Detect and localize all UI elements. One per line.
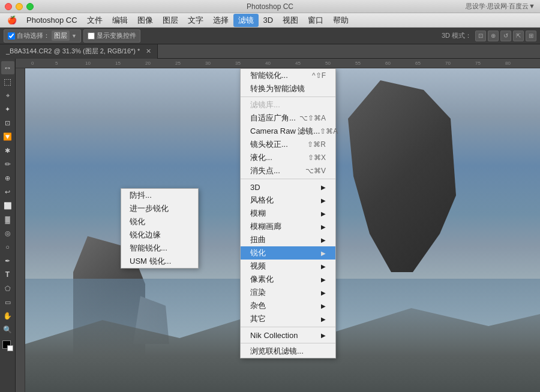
menu-3d[interactable]: 3D ▶ [241,180,335,194]
menu-window[interactable]: 窗口 [303,14,328,27]
submenu-sharpen-edges[interactable]: 锐化边缘 [121,228,198,242]
menu-video[interactable]: 视频 ▶ [241,260,335,273]
menu-type[interactable]: 文字 [183,14,208,27]
tool-path-select[interactable]: ⬠ [1,282,14,295]
menu-blur-gallery[interactable]: 模糊画廊 ▶ [241,220,335,233]
menu-bar: 🍎 Photoshop CC 文件 编辑 图像 图层 文字 选择 滤镜 3D 视… [0,13,540,28]
tool-shape[interactable]: ▭ [1,295,14,309]
tool-eraser[interactable]: ⬜ [1,199,14,212]
menu-help[interactable]: 帮助 [328,14,353,27]
submenu-reduce-shake[interactable]: 防抖... [121,189,198,202]
tool-hand[interactable]: ✋ [1,309,14,322]
submenu-sharpen-more[interactable]: 进一步锐化 [121,202,198,215]
filter-dropdown-menu: 智能锐化... ^⇧F 转换为智能滤镜 滤镜库... 自适应广角... ⌥⇧⌘A… [240,68,336,358]
tab-bar: _B8A3144.CR2 @ 31.3% (图层 2, RGB/16*) * ✕ [0,44,540,59]
canvas-area: 0 5 10 15 20 25 30 35 40 45 50 55 60 65 … [16,59,540,392]
maximize-button[interactable] [26,3,34,10]
auto-select-toggle[interactable]: 自动选择： 图层 ▼ [4,29,81,43]
menu-camera-raw[interactable]: Camera Raw 滤镜... ⇧⌘A [241,125,335,138]
submenu-sharpen[interactable]: 锐化 [121,215,198,228]
minimize-button[interactable] [16,3,23,10]
menu-stylize[interactable]: 风格化 ▶ [241,194,335,207]
submenu-usm-sharpen[interactable]: USM 锐化... [121,255,198,268]
tool-zoom[interactable]: 🔍 [1,323,14,336]
document-tab[interactable]: _B8A3144.CR2 @ 31.3% (图层 2, RGB/16*) * ✕ [0,44,158,59]
menu-view[interactable]: 视图 [278,14,303,27]
3d-mode-btn3[interactable]: ↺ [500,31,511,41]
menu-blur[interactable]: 模糊 ▶ [241,207,335,220]
ruler-vertical [16,68,25,392]
transform-label: 显示变换控件 [97,31,136,40]
tool-dodge[interactable]: ○ [1,240,14,254]
menu-convert-smart[interactable]: 转换为智能滤镜 [241,82,335,95]
rock-main [348,80,456,272]
menu-ps[interactable]: Photoshop CC [22,14,82,26]
3d-mode-btn5[interactable]: ⊞ [526,31,536,41]
3d-mode-btn4[interactable]: ⇱ [513,31,524,41]
tool-history-brush[interactable]: ↩ [1,185,14,198]
tab-close-icon[interactable]: ✕ [146,47,151,55]
submenu-smart-sharpen[interactable]: 智能锐化... [121,242,198,255]
menu-pixelate[interactable]: 像素化 ▶ [241,273,335,286]
menu-file[interactable]: 文件 [82,14,107,27]
menu-noise[interactable]: 杂色 ▶ [241,299,335,312]
sharpen-submenu: 防抖... 进一步锐化 锐化 锐化边缘 智能锐化... USM 锐化... [121,188,199,269]
separator-3 [241,327,335,327]
menu-sharpen[interactable]: 锐化 ▶ [241,246,335,260]
menu-select[interactable]: 选择 [208,14,233,27]
menu-edit[interactable]: 编辑 [107,14,133,27]
tab-label: _B8A3144.CR2 @ 31.3% (图层 2, RGB/16*) * [6,47,140,56]
tool-gradient[interactable]: ▓ [1,213,14,226]
title-bar-right: 思设学·思设网·百度云▼ [466,2,535,11]
left-toolbar: ↔ ⬚ ⌖ ✦ ⊡ 🔽 ✱ ✏ ⊕ ↩ ⬜ ▓ ◎ ○ ✒ T ⬠ ▭ ✋ 🔍 [0,59,16,392]
mode-label: 3D 模式： [442,31,472,40]
menu-liquify[interactable]: 液化... ⇧⌘X [241,151,335,164]
menu-apple[interactable]: 🍎 [2,14,22,26]
tool-brush[interactable]: ✏ [1,158,14,171]
separator-2 [241,179,335,179]
tool-blur[interactable]: ◎ [1,227,14,240]
options-toolbar: 自动选择： 图层 ▼ 显示变换控件 3D 模式： ⊡ ⊕ ↺ ⇱ ⊞ [0,28,540,44]
tool-magic-wand[interactable]: ✦ [1,102,14,116]
tool-move[interactable]: ↔ [1,61,14,74]
3d-mode-btn2[interactable]: ⊕ [488,31,499,41]
menu-browse-online[interactable]: 浏览联机滤镜... [241,345,335,358]
menu-3d[interactable]: 3D [259,14,278,26]
close-button[interactable] [5,3,12,10]
auto-select-label: 自动选择： [17,31,50,40]
ruler-horizontal: 0 5 10 15 20 25 30 35 40 45 50 55 60 65 … [16,59,540,68]
menu-render[interactable]: 渲染 ▶ [241,286,335,299]
tool-clone-stamp[interactable]: ⊕ [1,171,14,185]
menu-other[interactable]: 其它 ▶ [241,312,335,325]
window-title: Photoshop CC [247,2,293,11]
menu-filter[interactable]: 滤镜 [233,14,259,27]
menu-filter-gallery[interactable]: 滤镜库... [241,98,335,111]
tool-type[interactable]: T [1,268,14,281]
separator-4 [241,343,335,343]
dropdown-arrow: ▼ [71,33,77,39]
tool-lasso[interactable]: ⌖ [1,89,14,102]
foreground-color[interactable] [1,339,14,352]
traffic-lights [5,3,34,10]
menu-distort[interactable]: 扭曲 ▶ [241,233,335,246]
3d-mode-btn1[interactable]: ⊡ [475,31,486,41]
tool-marquee[interactable]: ⬚ [1,75,14,88]
bg-color-swatch[interactable] [7,345,13,351]
tool-crop[interactable]: ⊡ [1,116,14,129]
menu-smart-sharpen-top[interactable]: 智能锐化... ^⇧F [241,69,335,82]
layer-dropdown[interactable]: 图层 [52,31,70,41]
menu-adaptive-wide[interactable]: 自适应广角... ⌥⇧⌘A [241,111,335,125]
show-transform-btn[interactable]: 显示变换控件 [83,29,140,43]
menu-nik[interactable]: Nik Collection ▶ [241,328,335,342]
auto-select-checkbox[interactable] [8,32,15,40]
menu-vanishing-point[interactable]: 消失点... ⌥⌘V [241,164,335,177]
tool-eyedropper[interactable]: 🔽 [1,130,14,143]
separator-1 [241,97,335,97]
tool-pen[interactable]: ✒ [1,254,14,267]
menu-layer[interactable]: 图层 [158,14,183,27]
menu-lens-correct[interactable]: 镜头校正... ⇧⌘R [241,138,335,151]
title-bar: Photoshop CC 思设学·思设网·百度云▼ [0,0,540,13]
tool-spot-heal[interactable]: ✱ [1,144,14,157]
menu-image[interactable]: 图像 [133,14,158,27]
transform-checkbox[interactable] [88,32,95,40]
